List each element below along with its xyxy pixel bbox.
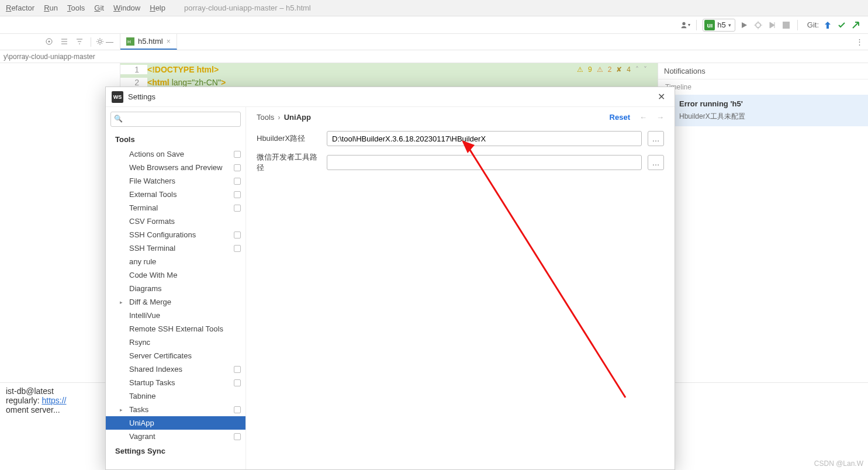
svg-point-3 <box>49 40 50 42</box>
settings-group-sync[interactable]: Settings Sync <box>106 443 245 459</box>
forward-icon[interactable]: → <box>656 113 664 122</box>
browse-button[interactable]: … <box>648 131 664 146</box>
run-button-icon[interactable] <box>739 20 749 30</box>
error-icon: ⚠ <box>597 65 603 74</box>
notifications-header: Notifications <box>658 63 868 80</box>
chevron-down-icon: ▾ <box>728 22 731 28</box>
settings-tree-label: SSH Configurations <box>129 230 196 239</box>
notification-body: HbuilderX工具未配置 <box>666 112 860 122</box>
settings-tree-item[interactable]: Terminal <box>106 201 245 215</box>
settings-tree-item[interactable]: CSV Formats <box>106 215 245 228</box>
settings-tree-item[interactable]: IntelliVue <box>106 309 245 322</box>
svg-text:H: H <box>127 39 131 44</box>
settings-tree-item[interactable]: Rsync <box>106 336 245 349</box>
settings-tree-item[interactable]: SSH Configurations <box>106 228 245 241</box>
notifications-timeline: Timeline <box>658 80 868 95</box>
settings-tree-item[interactable]: File Watchers <box>106 174 245 188</box>
browse-button[interactable]: … <box>648 155 664 170</box>
settings-tree-item[interactable]: Code With Me <box>106 268 245 282</box>
settings-dialog: WS Settings ✕ 🔍 Tools Actions on SaveWeb… <box>105 87 675 470</box>
chevron-right-icon: ▸ <box>120 407 123 413</box>
settings-tree-item[interactable]: Server Certificates <box>106 349 245 362</box>
settings-tree-item[interactable]: Vagrant <box>106 430 245 443</box>
settings-tree-label: File Watchers <box>129 177 175 185</box>
debug-icon[interactable] <box>753 20 763 30</box>
run-config-selector[interactable]: uı h5 ▾ <box>703 19 735 32</box>
settings-tree-item[interactable]: Tabnine <box>106 389 245 403</box>
settings-tree-item[interactable]: Startup Tasks <box>106 376 245 389</box>
menu-tools[interactable]: Tools <box>63 4 89 12</box>
reset-button[interactable]: Reset <box>610 113 630 122</box>
settings-breadcrumb: Tools › UniApp Reset ← → <box>246 107 675 127</box>
terminal-link[interactable]: https:// <box>42 396 66 405</box>
git-push-icon[interactable] <box>850 20 861 30</box>
inspection-hints[interactable]: ⚠9 ⚠2 ✘4 ˄ ˅ <box>577 65 647 74</box>
collapse-all-icon[interactable] <box>75 37 85 47</box>
settings-tree-item[interactable]: Remote SSH External Tools <box>106 322 245 336</box>
close-icon[interactable]: ✕ <box>654 90 669 103</box>
breadcrumb[interactable]: y\porray-cloud-uniapp-master <box>1 53 122 61</box>
menu-window[interactable]: Window <box>109 4 145 12</box>
settings-tree-item[interactable]: SSH Terminal <box>106 241 245 255</box>
menu-git[interactable]: Git <box>89 4 109 12</box>
close-icon[interactable]: × <box>167 37 171 46</box>
project-scope-icon <box>234 231 241 239</box>
html-file-icon: H <box>126 37 134 46</box>
weak-warning-icon: ✘ <box>616 65 622 74</box>
settings-tree-item[interactable]: ▸Tasks <box>106 403 245 416</box>
hbuilderx-path-input[interactable] <box>327 131 642 146</box>
settings-tree-item[interactable]: any rule <box>106 255 245 268</box>
settings-tree-item[interactable]: Actions on Save <box>106 147 245 161</box>
editor-more-icon[interactable]: ⋮ <box>856 37 868 46</box>
chevron-right-icon: ▸ <box>120 299 123 305</box>
locate-icon[interactable] <box>45 37 54 47</box>
chevron-down-icon[interactable]: ˅ <box>644 65 647 74</box>
settings-group-tools[interactable]: Tools <box>106 132 245 147</box>
settings-tree-item[interactable]: ▸Diff & Merge <box>106 295 245 309</box>
main-menubar: Refactor Run Tools Git Window Help porra… <box>0 0 868 16</box>
editor-tabs-row: — H h5.html × ⋮ <box>0 34 868 50</box>
run-config-label: h5 <box>717 20 725 29</box>
menu-help[interactable]: Help <box>145 4 170 12</box>
settings-tree-item[interactable]: Web Browsers and Preview <box>106 161 245 174</box>
menu-refactor[interactable]: Refactor <box>1 4 39 12</box>
settings-tree-label: Tasks <box>129 405 148 414</box>
stop-icon[interactable] <box>781 20 791 30</box>
git-update-icon[interactable] <box>822 20 833 30</box>
settings-tree-item[interactable]: UniApp <box>106 416 245 430</box>
expand-all-icon[interactable] <box>60 37 70 47</box>
project-scope-icon <box>234 245 241 252</box>
chevron-up-icon[interactable]: ˄ <box>635 65 639 74</box>
crumb-parent[interactable]: Tools <box>257 113 274 122</box>
git-commit-icon[interactable] <box>836 20 847 30</box>
menu-run[interactable]: Run <box>39 4 63 12</box>
watermark: CSDN @Lan.W <box>814 459 863 468</box>
project-tree[interactable] <box>0 63 120 382</box>
hide-tool-icon[interactable]: — <box>106 37 115 47</box>
settings-search-input[interactable] <box>110 112 241 127</box>
git-label: Git: <box>807 20 819 29</box>
back-icon[interactable]: ← <box>639 113 647 122</box>
project-scope-icon <box>234 164 241 171</box>
dialog-titlebar: WS Settings ✕ <box>106 87 675 107</box>
wechat-devtools-path-input[interactable] <box>327 155 642 170</box>
chevron-right-icon: › <box>278 113 280 122</box>
user-dropdown-icon[interactable]: ▾ <box>680 20 690 30</box>
settings-tree-item[interactable]: External Tools <box>106 188 245 201</box>
run-with-coverage-icon[interactable] <box>767 20 777 30</box>
breadcrumb-row: y\porray-cloud-uniapp-master <box>0 50 868 63</box>
svg-rect-1 <box>783 22 790 29</box>
project-scope-icon <box>234 433 241 440</box>
settings-tree[interactable]: Tools Actions on SaveWeb Browsers and Pr… <box>106 132 245 469</box>
webstorm-icon: WS <box>112 91 123 103</box>
settings-tree-label: UniApp <box>129 419 154 427</box>
tab-h5-html[interactable]: H h5.html × <box>120 34 177 50</box>
project-scope-icon <box>234 366 241 373</box>
settings-tree-item[interactable]: Shared Indexes <box>106 362 245 376</box>
notifications-panel: Notifications Timeline ! Error running '… <box>658 63 868 382</box>
settings-tree-label: Server Certificates <box>129 351 192 360</box>
gear-icon[interactable] <box>91 37 100 47</box>
notification-item[interactable]: ! Error running 'h5' HbuilderX工具未配置 <box>658 95 868 126</box>
settings-tree-label: Shared Indexes <box>129 365 182 374</box>
settings-tree-item[interactable]: Diagrams <box>106 282 245 295</box>
